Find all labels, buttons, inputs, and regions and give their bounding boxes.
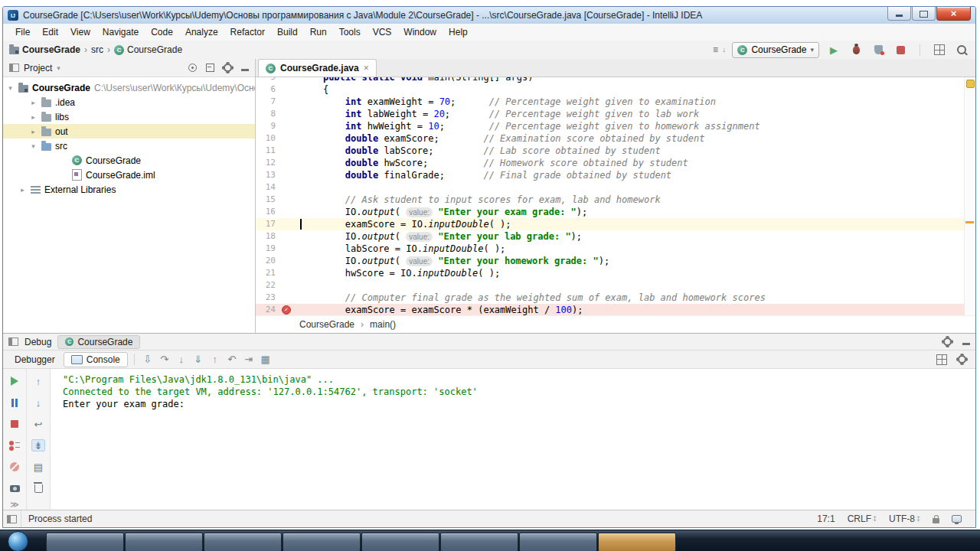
code-line-13[interactable]: 13 double finalGrade; // Final grade obt… bbox=[256, 169, 965, 181]
taskbar-app-button[interactable] bbox=[440, 533, 518, 551]
code-line-21[interactable]: 21 hwScore = IO.inputDouble( ); bbox=[256, 267, 965, 279]
code-text[interactable]: double examScore; // Examination score o… bbox=[296, 132, 965, 145]
breadcrumb-item[interactable]: CourseGrade bbox=[9, 44, 80, 55]
code-text[interactable]: IO.output( value: "Enter your lab grade:… bbox=[296, 230, 965, 243]
code-text[interactable]: labScore = IO.inputDouble( ); bbox=[296, 243, 965, 255]
code-line-6[interactable]: 6 { bbox=[256, 83, 965, 96]
close-button[interactable]: × bbox=[936, 7, 971, 21]
breadcrumb-item[interactable]: CCourseGrade bbox=[114, 44, 182, 55]
code-line-10[interactable]: 10 double examScore; // Examination scor… bbox=[256, 132, 965, 145]
tool-window-switcher[interactable] bbox=[3, 510, 21, 527]
encoding-widget[interactable]: UTF-8 ‡ bbox=[889, 514, 920, 524]
menu-item-vcs[interactable]: VCS bbox=[367, 24, 398, 40]
code-text[interactable]: IO.output( value: "Enter your exam grade… bbox=[296, 206, 965, 218]
gutter[interactable] bbox=[279, 194, 296, 206]
menu-item-refactor[interactable]: Refactor bbox=[224, 24, 271, 40]
console-output[interactable]: "C:\Program Files\Java\jdk1.8.0_131\bin\… bbox=[51, 369, 975, 513]
code-line-8[interactable]: 8 int labWeight = 20; // Percentage weig… bbox=[256, 108, 965, 120]
print-icon[interactable]: ▤ bbox=[31, 461, 45, 473]
tree-item-external-libraries[interactable]: ▸External Libraries bbox=[3, 182, 255, 197]
debug-session-tab[interactable]: C CourseGrade bbox=[57, 335, 140, 349]
code-text[interactable]: int hwWeight = 10; // Percentage weight … bbox=[296, 120, 965, 132]
code-line-20[interactable]: 20 IO.output( value: "Enter your homewor… bbox=[256, 255, 965, 267]
line-number[interactable]: 15 bbox=[256, 194, 279, 206]
menu-item-navigate[interactable]: Navigate bbox=[96, 24, 145, 40]
mute-breakpoints-icon[interactable] bbox=[8, 461, 21, 473]
hide-panel-icon[interactable] bbox=[962, 343, 970, 345]
sort-toggle-button[interactable]: ≡ bbox=[710, 42, 725, 57]
menu-item-code[interactable]: Code bbox=[145, 24, 179, 40]
line-number[interactable]: 8 bbox=[256, 108, 279, 120]
windows-taskbar[interactable] bbox=[0, 530, 980, 551]
breadcrumb-item[interactable]: src bbox=[91, 44, 103, 55]
menu-item-analyze[interactable]: Analyze bbox=[179, 24, 224, 40]
line-number[interactable]: 22 bbox=[256, 279, 279, 292]
code-editor[interactable]: 5 public static void main(String[] args)… bbox=[256, 77, 975, 315]
code-text[interactable]: IO.output( value: "Enter your homework g… bbox=[296, 255, 965, 267]
line-number[interactable]: 16 bbox=[256, 206, 279, 218]
chevron-right-icon[interactable]: ▸ bbox=[29, 128, 38, 135]
clear-all-icon[interactable] bbox=[31, 482, 45, 494]
gutter[interactable] bbox=[279, 255, 296, 267]
tree-item-coursegrade.iml[interactable]: CourseGrade.iml bbox=[3, 168, 255, 182]
tree-item-libs[interactable]: ▸libs bbox=[3, 109, 255, 124]
search-everywhere-button[interactable] bbox=[954, 42, 969, 57]
taskbar-app-button[interactable] bbox=[598, 533, 676, 551]
code-line-17[interactable]: 17 examScore = IO.inputDouble( ); bbox=[256, 218, 965, 230]
menu-item-run[interactable]: Run bbox=[304, 24, 333, 40]
code-text[interactable]: double hwScore; // Homework score obtain… bbox=[296, 157, 965, 169]
line-number[interactable]: 23 bbox=[256, 292, 279, 304]
debug-header[interactable]: Debug C CourseGrade bbox=[3, 334, 975, 350]
debug-tab-console[interactable]: Console bbox=[64, 352, 128, 367]
code-text[interactable]: double finalGrade; // Final grade obtain… bbox=[296, 169, 965, 181]
more-actions-icon[interactable]: ≫ bbox=[3, 500, 26, 510]
thread-dump-icon[interactable] bbox=[8, 482, 21, 494]
locate-file-icon[interactable] bbox=[188, 64, 197, 72]
force-step-into-icon[interactable]: ⇓ bbox=[190, 352, 207, 367]
code-line-7[interactable]: 7 int examWeight = 70; // Percentage wei… bbox=[256, 96, 965, 108]
gutter[interactable] bbox=[279, 267, 296, 279]
editor-tab[interactable]: C CourseGrade.java × bbox=[258, 59, 377, 77]
code-text[interactable]: hwScore = IO.inputDouble( ); bbox=[296, 267, 965, 279]
line-number[interactable]: 21 bbox=[256, 267, 279, 279]
code-line-23[interactable]: 23 // Computer final grade as the weight… bbox=[256, 292, 965, 304]
code-text[interactable] bbox=[296, 181, 965, 194]
code-line-24[interactable]: 24✓ examScore = examScore * (examWeight … bbox=[256, 304, 965, 315]
lock-icon[interactable] bbox=[933, 518, 939, 523]
code-line-5[interactable]: 5 public static void main(String[] args) bbox=[256, 77, 965, 83]
restore-layout-icon[interactable] bbox=[936, 354, 947, 365]
project-header[interactable]: Project ▾ bbox=[3, 59, 255, 77]
start-button[interactable] bbox=[8, 531, 28, 551]
breadcrumb-item[interactable]: main() bbox=[370, 319, 396, 330]
menu-item-file[interactable]: File bbox=[9, 24, 36, 40]
error-stripe[interactable] bbox=[964, 77, 975, 315]
gutter[interactable] bbox=[279, 132, 296, 145]
gutter[interactable] bbox=[279, 230, 296, 243]
taskbar-app-button[interactable] bbox=[204, 533, 282, 551]
step-over-icon[interactable]: ↷ bbox=[156, 352, 173, 367]
tree-item-.idea[interactable]: ▸.idea bbox=[3, 95, 255, 109]
use-soft-wraps-icon[interactable]: ↩ bbox=[31, 418, 45, 430]
view-breakpoints-icon[interactable] bbox=[8, 439, 21, 452]
code-line-18[interactable]: 18 IO.output( value: "Enter your lab gra… bbox=[256, 230, 965, 243]
gutter[interactable] bbox=[279, 218, 296, 230]
tree-item-coursegrade[interactable]: CCourseGrade bbox=[3, 153, 255, 168]
gutter[interactable] bbox=[279, 279, 296, 292]
drop-frame-icon[interactable]: ↶ bbox=[224, 352, 240, 367]
line-number[interactable]: 9 bbox=[256, 120, 279, 132]
code-line-11[interactable]: 11 double labScore; // Lab score obtaine… bbox=[256, 145, 965, 157]
gutter[interactable] bbox=[279, 145, 296, 157]
hide-panel-icon[interactable] bbox=[241, 69, 249, 71]
chevron-right-icon[interactable]: ▸ bbox=[29, 99, 38, 106]
gear-icon[interactable] bbox=[224, 64, 232, 72]
tree-item-src[interactable]: ▾src bbox=[3, 139, 255, 153]
code-line-12[interactable]: 12 double hwScore; // Homework score obt… bbox=[256, 157, 965, 169]
code-text[interactable]: { bbox=[296, 83, 965, 96]
stripe-mark[interactable] bbox=[965, 221, 974, 223]
code-text[interactable]: int examWeight = 70; // Percentage weigh… bbox=[296, 96, 965, 108]
menu-item-window[interactable]: Window bbox=[397, 24, 443, 40]
down-the-stack-trace-icon[interactable]: ↓ bbox=[31, 396, 45, 409]
project-structure-button[interactable] bbox=[932, 42, 947, 57]
code-line-19[interactable]: 19 labScore = IO.inputDouble( ); bbox=[256, 243, 965, 255]
collapse-all-icon[interactable] bbox=[206, 64, 214, 72]
